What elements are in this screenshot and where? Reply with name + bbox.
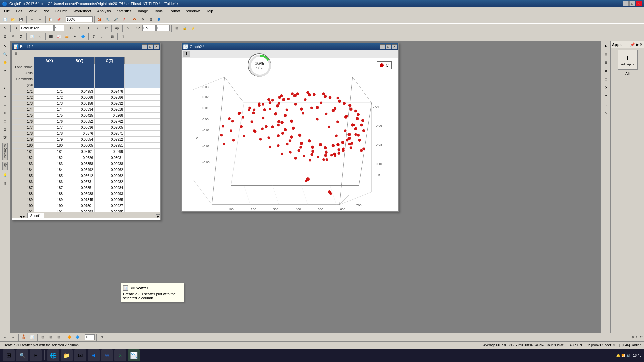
graph2-minimize[interactable]: ─ [380,44,385,49]
more-btn3[interactable]: ⚡ [189,24,197,32]
extra3-btn[interactable]: 👤 [155,16,162,23]
cell-a[interactable]: 191 [34,209,64,212]
start-btn[interactable]: ⊞ [3,349,15,361]
cell-a[interactable]: 177 [34,125,64,130]
line-btn[interactable]: 📈 [55,33,62,40]
paste-btn[interactable]: 📌 [55,16,62,23]
cell-b[interactable]: -0.05552 [64,119,95,124]
cell-c[interactable]: -0.02805 [95,125,125,130]
bottom-btn7[interactable]: 🔷 [74,334,81,341]
fx-c[interactable] [95,82,125,88]
bottom-btn4[interactable]: ⊞ [47,334,54,341]
cell-b[interactable]: -0.07345 [64,197,95,203]
more-btn1[interactable]: ⊞ [173,24,180,32]
cell-a[interactable]: 176 [34,119,64,124]
right-btn8[interactable]: ⌂ [602,109,610,117]
bottom-toolbar-end[interactable]: ⚙ [98,334,105,341]
arrow2-tool[interactable]: → [1,92,9,100]
cell-b[interactable]: -0.05425 [64,113,95,118]
select-btn[interactable]: ↖ [36,33,44,40]
cell-a[interactable]: 190 [34,203,64,209]
cell-c[interactable]: -0.02938 [95,161,125,167]
subscript-btn[interactable]: x₁ [95,24,102,32]
origin-app-btn[interactable]: 📉 [128,349,140,361]
menu-format[interactable]: Format [166,8,183,14]
cell-a[interactable]: 171 [34,88,64,94]
fit-btn[interactable]: ⌂ [98,33,105,40]
cell-c[interactable]: -0.02762 [95,119,125,124]
cell-b[interactable]: -0.06988 [64,191,95,197]
arrow-tool[interactable]: ↖ [1,42,9,50]
add-apps-btn[interactable]: + Add Apps [618,50,638,70]
right-btn6[interactable]: ⌃ [602,92,610,100]
longname-a[interactable] [34,64,64,70]
cell-a[interactable]: 178 [34,131,64,136]
task-view-btn[interactable]: ⊟ [30,349,42,361]
save-btn[interactable]: 💾 [17,16,25,23]
cell-a[interactable]: 183 [34,161,64,167]
cell-a[interactable]: 174 [34,107,64,112]
bar-btn[interactable]: ⬛ [47,33,54,40]
zoom-input[interactable] [66,16,93,22]
cell-c[interactable]: -0.02951 [95,143,125,148]
cell-a[interactable]: 172 [34,95,64,100]
col-header-a[interactable]: A(X) [34,57,64,64]
cell-b[interactable]: -0.06492 [64,167,95,173]
rect-tool[interactable]: □ [1,100,9,108]
comments-a[interactable] [34,76,64,82]
cell-c[interactable]: -0.02632 [95,101,125,106]
bottom-btn5[interactable]: ⊟ [55,334,62,341]
zoom-tool[interactable]: 🔍 [1,50,9,58]
explorer-btn[interactable]: 📁 [61,349,73,361]
cell-c[interactable]: -0.0268 [95,113,125,118]
right-btn5[interactable]: ⟳ [602,83,610,92]
col-header-c[interactable]: C(Z) [95,57,125,64]
more-btn2[interactable]: 🔒 [181,24,189,32]
menu-image[interactable]: Image [135,8,151,14]
cell-a[interactable]: 185 [34,173,64,179]
cell-c[interactable]: -0.02618 [95,107,125,112]
right-btn7[interactable]: ⌄ [602,100,610,108]
page-num-input[interactable] [85,334,95,340]
cell-c[interactable]: -0.02982 [95,179,125,185]
ie-btn[interactable]: 🌐 [47,349,59,361]
menu-edit[interactable]: Edit [13,8,25,14]
col-header-b[interactable]: B(Y) [64,57,95,64]
longname-b[interactable] [64,64,95,70]
fx-b[interactable] [64,82,95,88]
apps-pin-btn[interactable]: 📌 [630,42,635,47]
scatter-btn[interactable]: ⁕ [71,33,78,40]
new-btn[interactable]: 📄 [1,16,9,23]
menu-statistics[interactable]: Statistics [114,8,135,14]
menu-help[interactable]: Help [203,8,216,14]
messages-label[interactable]: Messages [2,143,8,160]
cell-b[interactable]: -0.06005 [64,143,95,148]
minimize-button[interactable]: ─ [623,1,629,6]
underline-btn[interactable]: U [84,24,91,32]
apps-close-btn[interactable]: ✕ [639,42,643,47]
right-btn3[interactable]: ⊠ [602,67,610,75]
origin-btn[interactable]: O [131,16,138,23]
sheet-nav-right[interactable]: ► [22,215,26,218]
cell-a[interactable]: 188 [34,191,64,197]
graph2-maximize[interactable]: □ [386,44,391,49]
pan-tool[interactable]: ✋ [1,58,9,66]
plot-area[interactable]: C [182,58,398,211]
units-b[interactable] [64,70,95,76]
cell-b[interactable]: -0.05334 [64,107,95,112]
graph2-titlebar[interactable]: 📉 Graph2 * ─ □ ✕ [182,43,398,50]
pointer-btn[interactable]: ↖ [1,24,9,32]
open-btn[interactable]: 📂 [9,16,17,23]
cell-a[interactable]: 189 [34,197,64,203]
region-tool[interactable]: ⊡ [1,117,9,125]
longname-c[interactable] [95,64,125,70]
misc-tool[interactable]: ⚙ [1,179,9,187]
image-tool[interactable]: 🖼 [1,134,9,142]
undo-btn[interactable]: ↩ [28,16,36,23]
search-btn[interactable]: 🔍 [16,349,28,361]
book1-maximize[interactable]: □ [148,44,153,49]
so-value-input[interactable] [142,25,156,31]
cell-b[interactable]: -0.06851 [64,185,95,191]
book1-titlebar[interactable]: 📊 Book1 * ─ □ ✕ [12,43,160,50]
sheet-scrollbar[interactable]: ▶ [156,214,160,218]
